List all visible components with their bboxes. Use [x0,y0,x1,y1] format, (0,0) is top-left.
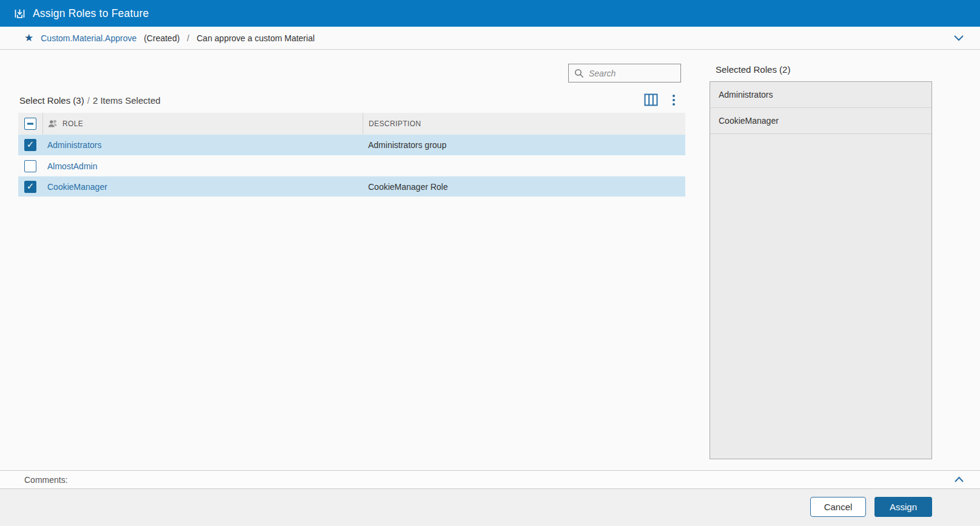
title-separator: / [87,95,90,106]
column-settings-icon[interactable] [644,93,658,106]
chevron-down-icon[interactable] [953,35,964,41]
dialog-content: Select Roles (3)/2 Items Selected [0,50,980,470]
select-roles-title: Select Roles (3)/2 Items Selected [19,95,161,106]
breadcrumb-separator: / [187,33,189,43]
comments-section: Comments: [0,470,980,489]
table-row[interactable]: Administrators Administrators group [18,135,685,155]
items-selected-count: 2 Items Selected [93,95,161,106]
select-roles-count: Select Roles (3) [19,95,84,106]
column-header-role[interactable]: ROLE [62,120,83,128]
row-checkbox[interactable] [24,181,36,193]
breadcrumb: ★ Custom.Material.Approve (Created) / Ca… [0,27,980,50]
dialog-footer: Cancel Assign [0,489,980,526]
feature-name-link[interactable]: Custom.Material.Approve [41,33,136,43]
star-icon: ★ [24,33,33,43]
role-name-link[interactable]: Administrators [47,140,101,150]
roles-table: ROLE DESCRIPTION Administrators Administ… [18,113,685,197]
dialog-title-bar: Assign Roles to Feature [0,0,980,27]
assign-roles-icon [13,7,26,20]
feature-status: (Created) [144,33,180,43]
selected-roles-title: Selected Roles (2) [716,64,790,75]
search-icon [574,69,584,78]
selected-role-item[interactable]: Administrators [710,82,931,108]
row-checkbox[interactable] [24,160,36,172]
select-all-checkbox[interactable] [24,118,36,130]
comments-label: Comments: [24,475,68,485]
assign-button[interactable]: Assign [874,497,932,517]
kebab-menu-icon[interactable] [668,93,679,107]
cancel-button[interactable]: Cancel [810,497,866,517]
role-name-link[interactable]: CookieManager [47,182,107,192]
role-description: CookieManager Role [363,182,685,192]
dialog-title: Assign Roles to Feature [33,7,149,20]
search-input[interactable] [589,69,675,78]
table-row[interactable]: AlmostAdmin [18,155,685,176]
table-row[interactable]: CookieManager CookieManager Role [18,176,685,197]
table-header-row: ROLE DESCRIPTION [18,113,685,135]
users-group-icon [48,120,58,128]
selected-roles-panel: Administrators CookieManager [710,81,932,459]
assign-roles-dialog: Assign Roles to Feature ★ Custom.Materia… [0,0,980,526]
feature-description: Can approve a custom Material [196,33,315,43]
table-body: Administrators Administrators group Almo… [18,135,685,197]
search-box[interactable] [568,64,681,83]
chevron-up-icon[interactable] [954,476,964,483]
column-header-description[interactable]: DESCRIPTION [369,120,421,128]
row-checkbox[interactable] [24,139,36,151]
role-description: Administrators group [363,140,685,150]
role-name-link[interactable]: AlmostAdmin [47,161,97,171]
selected-role-item[interactable]: CookieManager [710,108,931,134]
